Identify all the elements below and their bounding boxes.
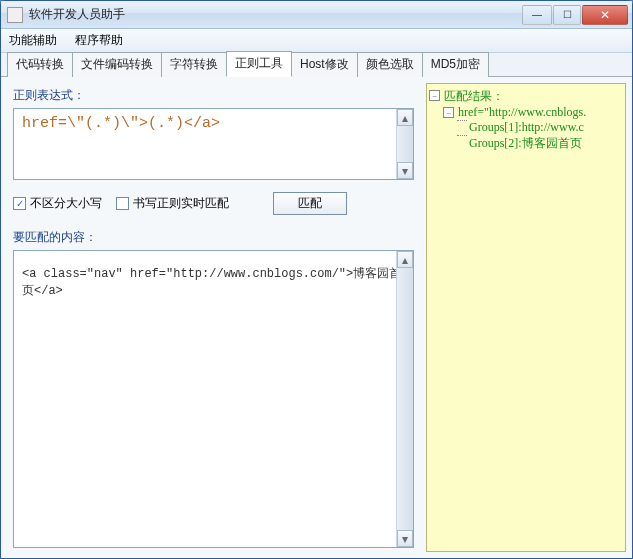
scroll-down-icon[interactable]: ▾ xyxy=(397,530,413,547)
scroll-up-icon[interactable]: ▴ xyxy=(397,109,413,126)
maximize-button[interactable]: ☐ xyxy=(553,5,581,25)
content-value[interactable]: <a class="nav" href="http://www.cnblogs.… xyxy=(14,251,413,307)
checkbox-box-icon xyxy=(116,197,129,210)
collapse-icon[interactable]: − xyxy=(429,90,440,101)
tab-code-convert[interactable]: 代码转换 xyxy=(7,52,73,77)
tree-group2-node[interactable]: Groups[2]:博客园首页 xyxy=(457,135,623,152)
scroll-up-icon[interactable]: ▴ xyxy=(397,251,413,268)
regex-label: 正则表达式： xyxy=(13,87,414,104)
match-button[interactable]: 匹配 xyxy=(273,192,347,215)
regex-scrollbar[interactable]: ▴ ▾ xyxy=(396,109,413,179)
tree-connector-icon xyxy=(457,135,467,136)
regex-value[interactable]: href=\"(.*)\">(.*)</a> xyxy=(14,109,413,138)
app-window: 软件开发人员助手 — ☐ ✕ 功能辅助 程序帮助 代码转换 文件编码转换 字符转… xyxy=(0,0,633,559)
tab-host-modify[interactable]: Host修改 xyxy=(291,52,358,77)
tree-group1-node[interactable]: Groups[1]:http://www.c xyxy=(457,120,623,135)
checkbox-ignore-case-label: 不区分大小写 xyxy=(30,195,102,212)
tree-root-label: 匹配结果： xyxy=(444,88,504,105)
collapse-icon[interactable]: − xyxy=(443,107,454,118)
window-title: 软件开发人员助手 xyxy=(29,6,522,23)
minimize-button[interactable]: — xyxy=(522,5,552,25)
tab-color-pick[interactable]: 颜色选取 xyxy=(357,52,423,77)
regex-textbox[interactable]: href=\"(.*)\">(.*)</a> ▴ ▾ xyxy=(13,108,414,180)
result-tree[interactable]: − 匹配结果： − href="http://www.cnblogs. Grou… xyxy=(427,84,625,156)
tab-char-convert[interactable]: 字符转换 xyxy=(161,52,227,77)
tab-regex-tool[interactable]: 正则工具 xyxy=(226,51,292,77)
menu-functions[interactable]: 功能辅助 xyxy=(9,32,57,49)
regex-controls: ✓ 不区分大小写 书写正则实时匹配 匹配 xyxy=(13,192,414,215)
titlebar[interactable]: 软件开发人员助手 — ☐ ✕ xyxy=(1,1,632,29)
checkbox-box-icon: ✓ xyxy=(13,197,26,210)
scroll-down-icon[interactable]: ▾ xyxy=(397,162,413,179)
content-scrollbar[interactable]: ▴ ▾ xyxy=(396,251,413,547)
tree-match-label: href="http://www.cnblogs. xyxy=(458,105,586,120)
content-label: 要匹配的内容： xyxy=(13,229,414,246)
menubar: 功能辅助 程序帮助 xyxy=(1,29,632,53)
checkbox-realtime[interactable]: 书写正则实时匹配 xyxy=(116,195,229,212)
tree-group2-label: Groups[2]:博客园首页 xyxy=(469,135,582,152)
tabbar: 代码转换 文件编码转换 字符转换 正则工具 Host修改 颜色选取 MD5加密 xyxy=(1,53,632,77)
client-area: 正则表达式： href=\"(.*)\">(.*)</a> ▴ ▾ ✓ 不区分大… xyxy=(1,77,632,558)
result-tree-pane: − 匹配结果： − href="http://www.cnblogs. Grou… xyxy=(426,83,626,552)
tree-root[interactable]: − 匹配结果： xyxy=(429,88,623,105)
window-controls: — ☐ ✕ xyxy=(522,5,628,25)
tab-md5[interactable]: MD5加密 xyxy=(422,52,489,77)
tab-file-encoding[interactable]: 文件编码转换 xyxy=(72,52,162,77)
checkbox-ignore-case[interactable]: ✓ 不区分大小写 xyxy=(13,195,102,212)
left-pane: 正则表达式： href=\"(.*)\">(.*)</a> ▴ ▾ ✓ 不区分大… xyxy=(1,77,426,558)
tree-match-node[interactable]: − href="http://www.cnblogs. xyxy=(443,105,623,120)
close-button[interactable]: ✕ xyxy=(582,5,628,25)
menu-help[interactable]: 程序帮助 xyxy=(75,32,123,49)
tree-connector-icon xyxy=(457,120,467,121)
app-icon xyxy=(7,7,23,23)
checkbox-realtime-label: 书写正则实时匹配 xyxy=(133,195,229,212)
tree-group1-label: Groups[1]:http://www.c xyxy=(469,120,584,135)
content-textbox[interactable]: <a class="nav" href="http://www.cnblogs.… xyxy=(13,250,414,548)
